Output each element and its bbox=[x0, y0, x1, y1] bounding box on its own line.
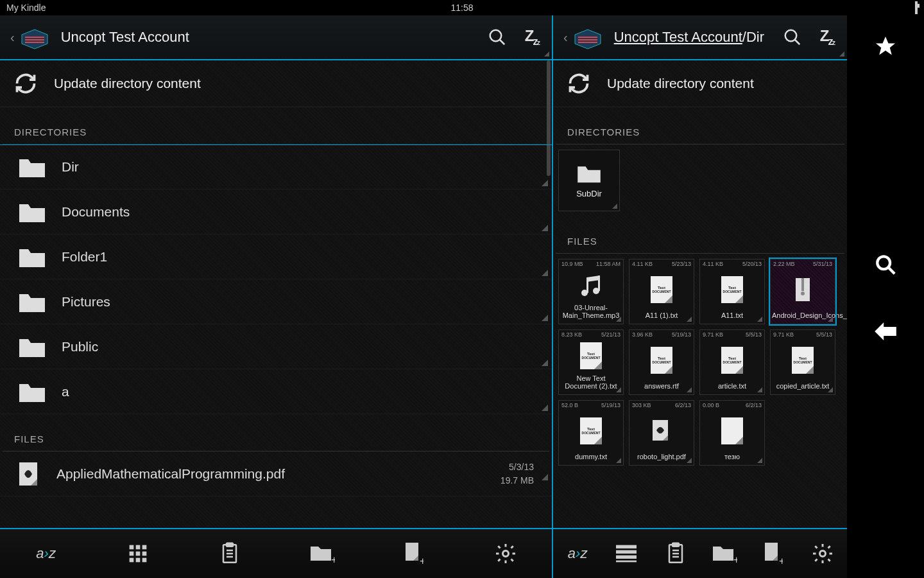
file-type-icon: TextDOCUMENT bbox=[559, 410, 623, 451]
file-tile[interactable]: 8.23 KB5/21/13TextDOCUMENTNew Text Docum… bbox=[558, 329, 624, 395]
file-size: 2.22 MB bbox=[773, 261, 795, 267]
dir-name: a bbox=[62, 384, 69, 399]
folder-tile[interactable]: SubDir bbox=[558, 150, 620, 211]
toolbar-right: a›z + + bbox=[553, 528, 847, 578]
new-file-button[interactable]: + bbox=[754, 538, 792, 570]
back-chevron-icon[interactable]: ‹ bbox=[6, 30, 19, 45]
svg-marker-56 bbox=[876, 37, 895, 55]
file-type-icon bbox=[629, 410, 694, 451]
file-size: 4.11 KB bbox=[632, 261, 653, 267]
content-right[interactable]: Update directory content DIRECTORIES Sub… bbox=[553, 60, 847, 528]
file-date: 5/19/13 bbox=[601, 402, 620, 408]
clipboard-button[interactable] bbox=[656, 538, 695, 570]
sort-button[interactable]: a›z bbox=[27, 538, 65, 570]
file-date: 5/5/13 bbox=[746, 331, 762, 338]
update-directory-row[interactable]: Update directory content bbox=[553, 60, 847, 107]
breadcrumb[interactable]: Uncopt Test Account/Dir bbox=[614, 29, 783, 46]
context-indicator[interactable] bbox=[757, 317, 762, 322]
context-indicator[interactable] bbox=[542, 270, 548, 276]
list-view-button[interactable] bbox=[607, 538, 646, 570]
status-bar: My Kindle 11:58 bbox=[0, 0, 924, 15]
search-icon[interactable] bbox=[488, 28, 507, 47]
file-tile[interactable]: 303 KB6/2/13roboto_light.pdf bbox=[629, 400, 694, 466]
sleep-icon[interactable]: Zzz bbox=[525, 27, 539, 48]
file-row[interactable]: AppliedMathematicalProgramming.pdf5/3/13… bbox=[0, 451, 552, 496]
context-indicator[interactable] bbox=[828, 387, 833, 392]
file-date: 5/31/13 bbox=[813, 261, 832, 267]
context-indicator[interactable] bbox=[687, 317, 692, 322]
context-indicator[interactable] bbox=[616, 387, 621, 392]
dir-row[interactable]: a bbox=[0, 369, 552, 414]
content-left[interactable]: Update directory content DIRECTORIES Dir… bbox=[0, 60, 552, 528]
file-name: dummy.txt bbox=[559, 451, 623, 465]
dir-row[interactable]: Folder1 bbox=[0, 234, 552, 279]
file-name: answers.rtf bbox=[629, 381, 694, 394]
app-icon[interactable] bbox=[19, 24, 51, 50]
header-menu-indicator[interactable] bbox=[839, 51, 844, 57]
clipboard-button[interactable] bbox=[210, 538, 249, 570]
section-files: FILES bbox=[556, 216, 844, 254]
update-directory-row[interactable]: Update directory content bbox=[0, 60, 552, 107]
file-tile[interactable]: 4.11 KB5/23/13TextDOCUMENTA11 (1).txt bbox=[629, 259, 694, 324]
file-tile[interactable]: 3.96 KB5/19/13TextDOCUMENTanswers.rtf bbox=[629, 329, 694, 395]
file-tile[interactable]: 0.00 B6/2/13тезю bbox=[699, 400, 765, 466]
file-name: 03-Unreal-Main_Theme.mp3 bbox=[559, 302, 623, 324]
new-file-button[interactable]: + bbox=[395, 538, 433, 570]
svg-point-31 bbox=[785, 30, 797, 42]
sidebar bbox=[847, 15, 924, 578]
file-tile[interactable]: 9.71 KB5/5/13TextDOCUMENTcopied_article.… bbox=[770, 329, 835, 395]
sort-button[interactable]: a›z bbox=[558, 538, 597, 570]
sleep-icon[interactable]: Zzz bbox=[820, 27, 834, 48]
pdf-icon bbox=[18, 461, 41, 487]
context-indicator[interactable] bbox=[687, 387, 692, 392]
dir-row[interactable]: Pictures bbox=[0, 279, 552, 324]
context-indicator[interactable] bbox=[757, 458, 762, 463]
file-size: 10.9 MB bbox=[561, 261, 583, 267]
account-title[interactable]: Uncopt Test Account bbox=[61, 29, 488, 46]
svg-rect-45 bbox=[616, 561, 637, 563]
file-tile[interactable]: 9.71 KB5/5/13TextDOCUMENTarticle.txt bbox=[699, 329, 765, 395]
global-search-icon[interactable] bbox=[871, 250, 900, 279]
folder-icon bbox=[18, 200, 46, 223]
context-indicator[interactable] bbox=[757, 387, 762, 392]
file-tile[interactable]: 4.11 KB5/20/13TextDOCUMENTA11.txt bbox=[699, 259, 765, 324]
context-indicator[interactable] bbox=[542, 405, 548, 411]
file-tile[interactable]: 52.0 B5/19/13TextDOCUMENTdummy.txt bbox=[558, 400, 624, 466]
context-indicator[interactable] bbox=[542, 315, 548, 321]
search-icon[interactable] bbox=[783, 28, 802, 47]
context-indicator[interactable] bbox=[542, 360, 548, 366]
back-arrow-icon[interactable] bbox=[871, 317, 900, 346]
new-folder-button[interactable]: + bbox=[303, 538, 341, 570]
context-indicator[interactable] bbox=[828, 317, 833, 322]
context-indicator[interactable] bbox=[616, 317, 621, 322]
settings-button[interactable] bbox=[803, 538, 842, 570]
file-tile[interactable]: 10.9 MB11:58 AM03-Unreal-Main_Theme.mp3 bbox=[558, 259, 624, 324]
favorite-icon[interactable] bbox=[871, 35, 900, 58]
context-indicator[interactable] bbox=[542, 474, 548, 480]
dir-row[interactable]: Dir bbox=[0, 144, 552, 189]
file-tile[interactable]: 2.22 MB5/31/13Android_Design_Icons_20120… bbox=[770, 259, 835, 324]
refresh-icon bbox=[567, 72, 590, 95]
app-icon[interactable] bbox=[572, 24, 604, 50]
dir-name: Dir bbox=[62, 159, 79, 175]
file-name: article.txt bbox=[700, 381, 764, 394]
svg-rect-9 bbox=[136, 545, 141, 550]
settings-button[interactable] bbox=[486, 538, 525, 570]
file-name: copied_article.txt bbox=[771, 381, 835, 394]
header-menu-indicator[interactable] bbox=[544, 51, 549, 57]
context-indicator[interactable] bbox=[616, 458, 621, 463]
svg-text:+: + bbox=[779, 556, 783, 566]
back-chevron-icon[interactable]: ‹ bbox=[560, 30, 572, 45]
svg-marker-59 bbox=[875, 322, 896, 340]
new-folder-button[interactable]: + bbox=[705, 538, 744, 570]
pane-left: ‹ Uncopt Test Account Zzz Update directo… bbox=[0, 15, 552, 578]
svg-rect-10 bbox=[142, 545, 147, 550]
context-indicator[interactable] bbox=[687, 458, 692, 463]
context-indicator[interactable] bbox=[542, 180, 548, 186]
dir-row[interactable]: Public bbox=[0, 324, 552, 369]
grid-view-button[interactable] bbox=[119, 538, 157, 570]
svg-point-26 bbox=[503, 551, 509, 557]
context-indicator[interactable] bbox=[542, 225, 548, 231]
dir-name: Documents bbox=[62, 204, 130, 220]
dir-row[interactable]: Documents bbox=[0, 189, 552, 234]
